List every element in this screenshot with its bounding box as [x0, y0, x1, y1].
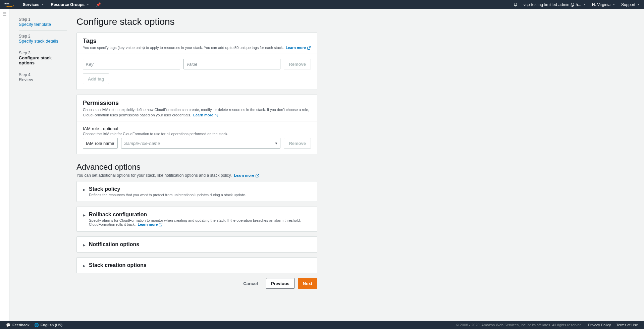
stack-policy-desc: Defines the resources that you want to p… [89, 193, 246, 197]
rollback-desc: Specify alarms for CloudFormation to mon… [89, 218, 311, 227]
step-number: Step 2 [19, 34, 67, 39]
notification-expander[interactable]: ▶ Notification options [76, 236, 317, 253]
permissions-heading: Permissions [83, 100, 311, 107]
creation-expander[interactable]: ▶ Stack creation options [76, 257, 317, 273]
notification-title: Notification options [89, 241, 139, 248]
triangle-right-icon: ▶ [83, 264, 86, 268]
advanced-learn-more-link[interactable]: Learn more [234, 173, 259, 177]
add-tag-button[interactable]: Add tag [83, 73, 109, 84]
tag-key-input[interactable] [83, 59, 180, 69]
hamburger-icon: ☰ [2, 11, 7, 16]
stack-policy-title: Stack policy [89, 186, 246, 192]
svg-text:aws: aws [4, 2, 10, 5]
advanced-heading: Advanced options [76, 162, 317, 172]
triangle-right-icon: ▶ [83, 243, 86, 247]
copyright-text: © 2008 - 2020, Amazon Web Services, Inc.… [456, 323, 583, 327]
iam-role-remove-button[interactable]: Remove [284, 138, 311, 149]
feedback-link[interactable]: 💬Feedback [6, 323, 30, 327]
triangle-right-icon: ▶ [83, 213, 86, 217]
tag-value-input[interactable] [183, 59, 281, 69]
nav-notifications[interactable] [514, 2, 518, 7]
step-3: Step 3 Configure stack options [19, 47, 67, 69]
nav-support[interactable]: Support▼ [621, 2, 640, 7]
step-title[interactable]: Specify template [19, 22, 67, 27]
bell-icon [514, 2, 518, 7]
tags-learn-more-link[interactable]: Learn more [286, 46, 311, 50]
iam-role-combobox[interactable]: ▼ [121, 138, 280, 149]
external-link-icon [255, 173, 259, 178]
step-4: Step 4 Review [19, 69, 67, 86]
rollback-expander[interactable]: ▶ Rollback configuration Specify alarms … [76, 207, 317, 232]
nav-region[interactable]: N. Virginia▼ [592, 2, 615, 7]
aws-logo[interactable]: aws [4, 2, 15, 8]
triangle-right-icon: ▶ [83, 188, 86, 191]
permissions-learn-more-link[interactable]: Learn more [193, 113, 218, 117]
tags-panel: Tags You can specify tags (key-value pai… [76, 33, 317, 90]
page-title: Configure stack options [76, 16, 317, 27]
step-number: Step 3 [19, 51, 67, 55]
creation-title: Stack creation options [89, 262, 147, 268]
external-link-icon [214, 113, 218, 118]
permissions-description: Choose an IAM role to explicitly define … [83, 107, 311, 118]
iam-role-help: Choose the IAM role for CloudFormation t… [83, 132, 311, 136]
sidebar-toggle[interactable]: ☰ [0, 9, 9, 321]
iam-role-label: IAM role - optional [83, 126, 311, 131]
step-number: Step 4 [19, 72, 67, 77]
step-2[interactable]: Step 2 Specify stack details [19, 31, 67, 47]
chevron-down-icon: ▼ [87, 3, 89, 6]
pin-icon: 📌 [96, 2, 101, 7]
rollback-learn-more-link[interactable]: Learn more [138, 222, 163, 226]
external-link-icon [159, 222, 163, 227]
previous-button[interactable]: Previous [266, 278, 294, 289]
chevron-down-icon: ▼ [637, 3, 640, 6]
nav-pin[interactable]: 📌 [96, 2, 101, 7]
next-button[interactable]: Next [298, 278, 317, 289]
step-title: Review [19, 77, 67, 82]
step-1[interactable]: Step 1 Specify template [19, 14, 67, 31]
iam-role-type-select[interactable]: IAM role name ▼ [83, 138, 118, 149]
chevron-down-icon: ▼ [583, 3, 586, 6]
iam-role-input[interactable] [121, 138, 280, 149]
permissions-panel: Permissions Choose an IAM role to explic… [76, 95, 317, 154]
globe-icon: 🌐 [34, 323, 39, 327]
nav-resource-groups[interactable]: Resource Groups▼ [51, 2, 89, 7]
terms-link[interactable]: Terms of Use [616, 323, 638, 327]
nav-account[interactable]: vcp-testing-limitted-admin @ 5...▼ [524, 2, 586, 7]
wizard-footer: Cancel Previous Next [76, 278, 317, 289]
stack-policy-expander[interactable]: ▶ Stack policy Defines the resources tha… [76, 181, 317, 202]
chevron-down-icon: ▼ [41, 3, 44, 6]
tags-heading: Tags [83, 38, 311, 45]
wizard-steps: Step 1 Specify template Step 2 Specify s… [9, 9, 76, 321]
rollback-title: Rollback configuration [89, 212, 311, 218]
step-number: Step 1 [19, 17, 67, 22]
language-selector[interactable]: 🌐English (US) [34, 323, 62, 327]
step-title[interactable]: Specify stack details [19, 39, 67, 44]
speech-bubble-icon: 💬 [6, 323, 11, 327]
advanced-description: You can set additional options for your … [76, 173, 317, 178]
nav-services[interactable]: Services▼ [23, 2, 44, 7]
step-title: Configure stack options [19, 55, 67, 65]
cancel-button[interactable]: Cancel [238, 278, 263, 289]
tags-description: You can specify tags (key-value pairs) t… [83, 45, 311, 50]
tag-remove-button[interactable]: Remove [284, 59, 311, 69]
privacy-link[interactable]: Privacy Policy [588, 323, 611, 327]
external-link-icon [307, 45, 311, 50]
page-footer: 💬Feedback 🌐English (US) © 2008 - 2020, A… [0, 321, 644, 329]
chevron-down-icon: ▼ [612, 3, 615, 6]
top-nav: aws Services▼ Resource Groups▼ 📌 vcp-tes… [0, 0, 644, 9]
